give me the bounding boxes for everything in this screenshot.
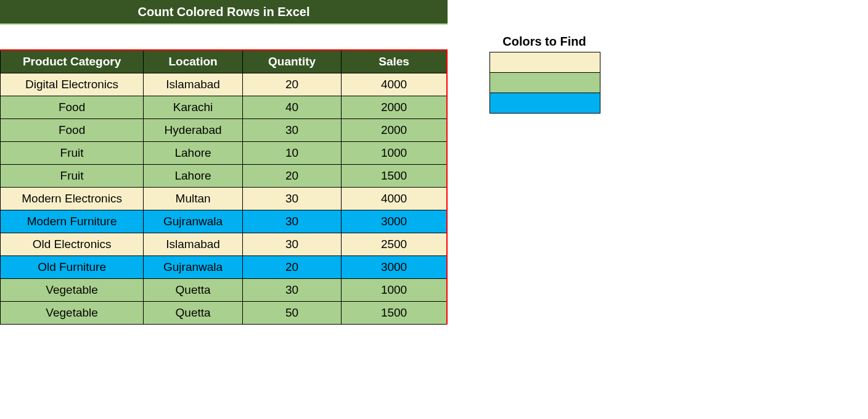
table-cell: 20: [242, 165, 341, 188]
table-row: Modern ElectronicsMultan304000: [1, 188, 448, 210]
table-cell: Islamabad: [144, 233, 243, 256]
table-cell: 1000: [342, 142, 447, 165]
table-cell: 2000: [342, 119, 447, 142]
table-cell: Fruit: [1, 142, 144, 165]
table-cell: Vegetable: [1, 279, 144, 302]
table-cell: 30: [242, 233, 341, 256]
table-cell: 30: [242, 188, 341, 210]
table-cell: Food: [1, 96, 144, 119]
table-row: FruitLahore201500: [1, 165, 448, 188]
table-cell: Gujranwala: [144, 210, 243, 233]
table-cell: 1000: [342, 279, 447, 302]
table-cell: Quetta: [144, 279, 243, 302]
header-location: Location: [144, 50, 243, 73]
table-cell: Food: [1, 119, 144, 142]
table-cell: Multan: [144, 188, 243, 210]
table-cell: 30: [242, 210, 341, 233]
table-cell: 40: [242, 96, 341, 119]
table-cell: Quetta: [144, 302, 243, 325]
table-cell: Gujranwala: [144, 256, 243, 279]
table-cell: 50: [242, 302, 341, 325]
colors-heading: Colors to Find: [489, 35, 599, 49]
table-cell: Fruit: [1, 165, 144, 188]
page-title: Count Colored Rows in Excel: [0, 0, 448, 25]
table-row: Old FurnitureGujranwala203000: [1, 256, 448, 279]
table-cell: 3000: [342, 210, 447, 233]
table-cell: 20: [242, 256, 341, 279]
data-table: Product Category Location Quantity Sales…: [0, 49, 448, 325]
table-row: FoodKarachi402000: [1, 96, 448, 119]
table-cell: 4000: [342, 73, 447, 96]
color-swatch-blue: [490, 93, 600, 113]
table-cell: Vegetable: [1, 302, 144, 325]
table-header-row: Product Category Location Quantity Sales: [1, 50, 448, 73]
table-cell: Lahore: [144, 165, 243, 188]
table-cell: Modern Electronics: [1, 188, 144, 210]
table-cell: 2500: [342, 233, 447, 256]
header-sales: Sales: [342, 50, 447, 73]
table-row: FruitLahore101000: [1, 142, 448, 165]
color-swatch-list: [489, 52, 600, 114]
table-cell: 4000: [342, 188, 447, 210]
table-cell: 2000: [342, 96, 447, 119]
table-row: VegetableQuetta501500: [1, 302, 448, 325]
table-cell: 30: [242, 279, 341, 302]
table-cell: 1500: [342, 302, 447, 325]
table-cell: Karachi: [144, 96, 243, 119]
table-cell: Islamabad: [144, 73, 243, 96]
table-row: FoodHyderabad302000: [1, 119, 448, 142]
table-cell: 3000: [342, 256, 447, 279]
table-cell: Lahore: [144, 142, 243, 165]
table-cell: Old Furniture: [1, 256, 144, 279]
table-row: Digital ElectronicsIslamabad204000: [1, 73, 448, 96]
table-cell: Hyderabad: [144, 119, 243, 142]
table-cell: 1500: [342, 165, 447, 188]
color-swatch-green: [490, 73, 600, 93]
header-quantity: Quantity: [242, 50, 341, 73]
table-cell: 10: [242, 142, 341, 165]
table-cell: 20: [242, 73, 341, 96]
table-row: VegetableQuetta301000: [1, 279, 448, 302]
table-row: Old ElectronicsIslamabad302500: [1, 233, 448, 256]
color-swatch-cream: [490, 52, 600, 73]
table-row: Modern FurnitureGujranwala303000: [1, 210, 448, 233]
header-product-category: Product Category: [1, 50, 144, 73]
table-cell: Old Electronics: [1, 233, 144, 256]
table-cell: 30: [242, 119, 341, 142]
table-cell: Modern Furniture: [1, 210, 144, 233]
table-cell: Digital Electronics: [1, 73, 144, 96]
